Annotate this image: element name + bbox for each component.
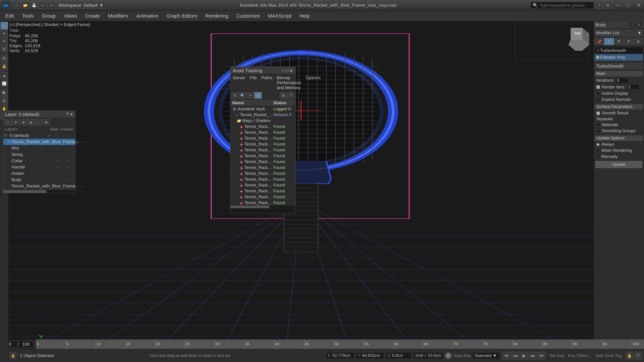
ts-smoothing-check[interactable] <box>596 129 600 133</box>
link-btn[interactable]: ⛓ <box>1 55 8 62</box>
main-viewport[interactable]: [+] [Perspective] [ Shaded + Edged Faces… <box>8 21 594 361</box>
move-tool-btn[interactable]: ✛ <box>1 30 8 37</box>
ts-iterations-input[interactable] <box>616 78 628 83</box>
menu-animation[interactable]: Animation <box>133 12 162 20</box>
menu-create[interactable]: Create <box>82 12 104 20</box>
asset-row-9[interactable]: ◆Tennis_Racket_Handle_Reflect.pngFound <box>230 177 296 182</box>
layer-scrollbar[interactable] <box>4 190 75 193</box>
mod-settings-btn[interactable]: ⚙ <box>634 38 643 45</box>
ts-render-iters-check[interactable] <box>596 85 600 89</box>
ts-update-btn[interactable]: Update <box>596 161 642 168</box>
ap-menu-options[interactable]: Options <box>304 74 323 91</box>
asset-row-2[interactable]: ◆Tennis_Racket_Body_Fresnel.pngFound <box>230 136 296 141</box>
asset-row-11[interactable]: ◆Tennis_Racket_Holder_Fresnel.pngFound <box>230 188 296 194</box>
modifier-panel-settings-btn[interactable]: ⚙ <box>636 22 642 27</box>
menu-modifiers[interactable]: Modifiers <box>104 12 132 20</box>
z-input[interactable] <box>392 353 410 358</box>
asset-row-1[interactable]: ◆Tennis_Racket_Body_Bump.pngFound <box>230 130 296 136</box>
ts-explicit-check[interactable] <box>596 98 600 101</box>
modifier-panel-expand-btn[interactable]: + <box>629 22 636 27</box>
ts-when-rendering-radio[interactable] <box>596 149 600 152</box>
ts-isoline-check[interactable] <box>596 92 600 95</box>
ap-menu-bitmap-perf[interactable]: Bitmap Performance and Memory <box>274 74 304 91</box>
menu-edit[interactable]: Edit <box>2 12 18 20</box>
select-filter-btn[interactable]: ◈ <box>1 72 8 79</box>
save-btn[interactable]: 💾 <box>30 2 38 8</box>
menu-maxscript[interactable]: MAXScript <box>264 12 295 20</box>
time-config-btn[interactable]: ⏱ <box>634 352 642 360</box>
layer-item-holder[interactable]: Holder — — <box>4 170 75 177</box>
workspace-dropdown[interactable]: Workspace: Default ▼ <box>56 2 106 8</box>
scale-tool-btn[interactable]: ⊞ <box>1 45 8 52</box>
asset-row-maxfile[interactable]: ◇ Tennis_Racket_with_Blue_Frame_max_vray… <box>230 112 296 118</box>
asset-row-12[interactable]: ◆Tennis_Racket_Holder_Glossiness.pngFoun… <box>230 194 296 200</box>
modifier-turbosmooth[interactable]: TurboSmooth <box>595 47 643 54</box>
menu-views[interactable]: Views <box>60 12 80 20</box>
ap-menu-server[interactable]: Server <box>230 74 248 91</box>
layer-settings-btn[interactable]: ⚙ <box>43 119 50 125</box>
asset-panel-minimize-btn[interactable]: ─ <box>282 68 285 73</box>
viewcube[interactable]: TOP <box>562 23 591 53</box>
layer-item-handle[interactable]: Handle — — <box>4 164 75 170</box>
menu-rendering[interactable]: Rendering <box>202 12 232 20</box>
layer-item-default[interactable]: ⬡ 0 (default) ✓ — — <box>4 132 75 139</box>
asset-row-0[interactable]: ◆Tennis_Racket_Body_Blue_Diffuse.pngFoun… <box>230 124 296 130</box>
selected-dropdown[interactable]: Selected ▼ <box>473 353 500 359</box>
layer-new-btn[interactable]: + <box>4 119 12 125</box>
ap-menu-file[interactable]: File <box>248 74 259 91</box>
ap-help-btn[interactable]: ? <box>287 92 294 99</box>
new-btn[interactable]: □ <box>13 2 21 8</box>
asset-row-maps-folder[interactable]: 📁 Maps / Shaders <box>230 118 296 124</box>
layer-panel-close-btn[interactable]: ✕ <box>70 112 73 117</box>
asset-panel-maximize-btn[interactable]: □ <box>286 68 288 73</box>
asset-panel-scrollbar[interactable] <box>230 205 296 208</box>
ap-list-btn[interactable]: ≡ <box>247 92 254 99</box>
layer-item-racket[interactable]: ⬡ Tennis_Racket_with_Blue_Frame ◻ — — <box>4 139 75 145</box>
close-btn[interactable]: ✕ <box>634 0 644 11</box>
asset-row-5[interactable]: ◆Tennis_Racket_Handle_Bump.pngFound <box>230 153 296 159</box>
ap-settings-btn[interactable]: ⚙ <box>280 92 287 99</box>
asset-row-7[interactable]: ◆Tennis_Racket_Handle_Fresnel.pngFound <box>230 165 296 171</box>
undo-btn[interactable]: ↩ <box>39 2 46 8</box>
total-frames-input[interactable] <box>18 341 33 348</box>
ts-always-radio[interactable] <box>596 143 600 146</box>
asset-panel-close-btn[interactable]: ✕ <box>290 68 293 73</box>
ts-materials-check[interactable] <box>596 123 600 127</box>
next-frame-btn[interactable]: ▸▸ <box>529 352 537 360</box>
timeline[interactable]: (function() { const tl = document.getEle… <box>36 340 644 349</box>
select-tool-btn[interactable]: ↖ <box>1 22 8 29</box>
open-btn[interactable]: 📂 <box>22 2 29 8</box>
asset-row-10[interactable]: ◆Tennis_Racket_Holder_Diffuse.pngFound <box>230 182 296 188</box>
ts-render-iters-input[interactable] <box>627 84 640 90</box>
menu-customize[interactable]: Customize <box>233 12 264 20</box>
zoom-all-btn[interactable]: ⊞ <box>1 97 8 104</box>
mod-stack-btn[interactable]: ≡ <box>604 38 614 45</box>
modifier-list-dropdown[interactable]: Modifier List ▼ <box>594 29 643 36</box>
layer-item-collar[interactable]: Collar — — <box>4 158 75 164</box>
x-input[interactable] <box>332 353 352 358</box>
settings-btn[interactable]: ⚙ <box>604 2 612 8</box>
maximize-btn[interactable]: □ <box>623 0 634 11</box>
asset-row-13[interactable]: ◆Tennis_Racket_Holder_Reflect.pngFound <box>230 200 296 205</box>
menu-graph-editors[interactable]: Graph Editors <box>163 12 201 20</box>
y-input[interactable] <box>362 353 382 358</box>
asset-row-6[interactable]: ◆Tennis_Racket_Handle_Diffuse.pngFound <box>230 159 296 165</box>
unlink-btn[interactable]: 🔓 <box>1 62 8 70</box>
layer-select-btn[interactable]: ◈ <box>27 119 34 125</box>
ts-manually-radio[interactable] <box>596 155 600 158</box>
mod-sub-btn[interactable]: ▼ <box>624 38 633 45</box>
mod-pin-btn[interactable]: 📌 <box>594 38 604 45</box>
layer-item-rim[interactable]: Rim — — <box>4 145 75 151</box>
zoom-btn[interactable]: 🔍 <box>1 89 8 97</box>
menu-help[interactable]: Help <box>296 12 313 20</box>
ts-smooth-check[interactable] <box>596 111 600 115</box>
layer-panel-help-btn[interactable]: ? <box>66 112 68 117</box>
layer-item-string[interactable]: String — — <box>4 151 75 158</box>
viewport-lock-btn[interactable]: 🔒 <box>625 352 634 360</box>
help-search-btn[interactable]: ? <box>595 2 603 8</box>
prev-frame-btn[interactable]: ◂◂ <box>511 352 520 360</box>
go-end-btn[interactable]: ⏭ <box>538 352 546 360</box>
mod-display-btn[interactable]: 👁 <box>614 38 624 45</box>
asset-row-4[interactable]: ◆Tennis_Racket_Body_Reflect.pngFound <box>230 147 296 153</box>
ap-menu-paths[interactable]: Paths <box>259 74 275 91</box>
